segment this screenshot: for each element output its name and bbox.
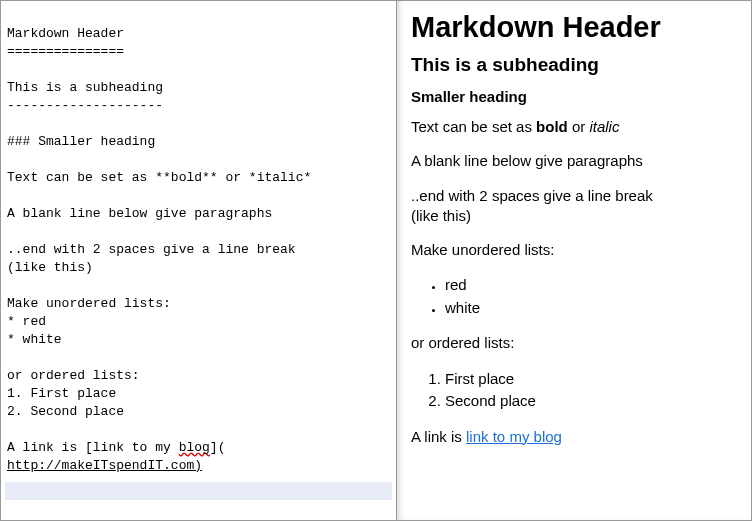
preview-h2: This is a subheading (411, 54, 737, 76)
preview-paragraph: Make unordered lists: (411, 240, 737, 260)
cursor-line-highlight (5, 482, 392, 500)
preview-paragraph: or ordered lists: (411, 333, 737, 353)
preview-paragraph: Text can be set as bold or italic (411, 117, 737, 137)
source-text[interactable]: Markdown Header =============== This is … (7, 25, 390, 475)
list-item: First place (445, 368, 737, 391)
markdown-preview-pane: Markdown Header This is a subheading Sma… (397, 1, 751, 520)
list-item: red (445, 274, 737, 297)
preview-ol: First place Second place (445, 368, 737, 413)
preview-paragraph: ..end with 2 spaces give a line break(li… (411, 186, 737, 227)
spellcheck-squiggle: blog (179, 440, 210, 455)
preview-ul: red white (445, 274, 737, 319)
preview-paragraph: A link is link to my blog (411, 427, 737, 447)
list-item: Second place (445, 390, 737, 413)
preview-h1: Markdown Header (411, 11, 737, 44)
blog-link[interactable]: link to my blog (466, 428, 562, 445)
markdown-source-pane[interactable]: Markdown Header =============== This is … (1, 1, 397, 520)
list-item: white (445, 297, 737, 320)
preview-h3: Smaller heading (411, 88, 737, 105)
preview-paragraph: A blank line below give paragraphs (411, 151, 737, 171)
